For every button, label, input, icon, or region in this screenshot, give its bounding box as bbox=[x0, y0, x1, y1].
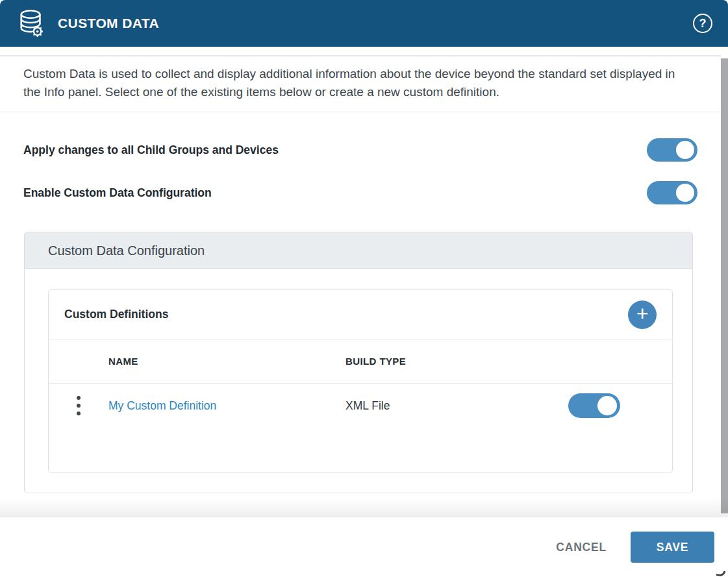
toggle-knob bbox=[676, 184, 694, 202]
enable-custom-data-row: Enable Custom Data Configuration bbox=[23, 181, 697, 204]
global-toggles: Apply changes to all Child Groups and De… bbox=[0, 138, 728, 204]
enable-custom-data-label: Enable Custom Data Configuration bbox=[23, 186, 212, 200]
column-header-name: NAME bbox=[108, 356, 345, 367]
custom-data-dialog: CUSTOM DATA ? Custom Data is used to col… bbox=[0, 0, 728, 577]
custom-data-configuration-section: Custom Data Configuration Custom Definit… bbox=[24, 232, 693, 493]
toggle-knob bbox=[597, 396, 617, 415]
table-header-row: NAME BUILD TYPE bbox=[49, 339, 672, 384]
dialog-footer: CANCEL SAVE bbox=[0, 517, 728, 577]
section-title: Custom Data Configuration bbox=[25, 232, 692, 269]
apply-changes-row: Apply changes to all Child Groups and De… bbox=[23, 138, 697, 162]
custom-definitions-card: Custom Definitions + NAME BUILD TYPE My … bbox=[48, 289, 673, 473]
column-header-build-type: BUILD TYPE bbox=[345, 356, 568, 367]
enable-custom-data-toggle[interactable] bbox=[647, 181, 697, 204]
scrollbar-thumb[interactable] bbox=[721, 58, 728, 513]
card-title: Custom Definitions bbox=[64, 308, 168, 321]
definition-enabled-toggle[interactable] bbox=[568, 393, 620, 418]
row-menu-icon[interactable] bbox=[71, 393, 86, 418]
section-body: Custom Definitions + NAME BUILD TYPE My … bbox=[25, 269, 692, 493]
help-icon[interactable]: ? bbox=[693, 14, 712, 33]
table-empty-space bbox=[49, 428, 672, 473]
table-row: My Custom Definition XML File bbox=[49, 384, 672, 428]
add-definition-button[interactable]: + bbox=[628, 301, 657, 329]
definition-name-link[interactable]: My Custom Definition bbox=[108, 399, 216, 413]
database-gear-icon bbox=[16, 8, 47, 39]
description-text: Custom Data is used to collect and displ… bbox=[23, 65, 689, 101]
card-header: Custom Definitions + bbox=[49, 290, 672, 339]
description-divider bbox=[0, 112, 721, 112]
apply-changes-toggle[interactable] bbox=[647, 138, 697, 162]
definition-build-type: XML File bbox=[345, 399, 568, 413]
apply-changes-label: Apply changes to all Child Groups and De… bbox=[23, 143, 279, 157]
save-button[interactable]: SAVE bbox=[631, 532, 714, 563]
toggle-knob bbox=[676, 141, 694, 159]
cancel-button[interactable]: CANCEL bbox=[556, 541, 607, 554]
header-divider bbox=[0, 55, 721, 56]
dialog-header: CUSTOM DATA ? bbox=[0, 0, 728, 47]
dialog-title: CUSTOM DATA bbox=[58, 16, 159, 31]
